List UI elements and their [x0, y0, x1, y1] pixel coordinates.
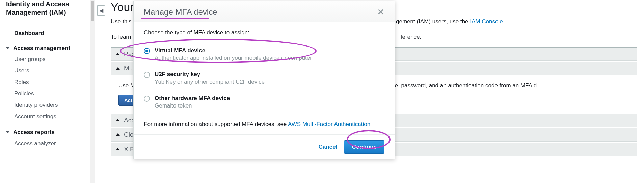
radio-option-u2f[interactable]: U2F security key YubiKey or any other co…: [144, 66, 384, 90]
panel-title: Clo: [124, 131, 134, 139]
nav-identity-providers[interactable]: Identity providers: [6, 99, 84, 111]
modal-title: Manage MFA device: [144, 7, 217, 17]
text-fragment: Use M: [118, 82, 135, 89]
service-title: Identity and Access Management (IAM): [6, 0, 84, 23]
sidebar: Identity and Access Management (IAM) Das…: [0, 0, 95, 183]
caret-down-icon: [6, 47, 9, 49]
nav-section-label: Access management: [13, 45, 70, 52]
more-info-text: For more information about supported MFA…: [144, 121, 384, 128]
cancel-button[interactable]: Cancel: [317, 141, 340, 153]
caret-up-icon: [116, 119, 120, 121]
modal-body: Choose the type of MFA device to assign:…: [134, 22, 395, 134]
nav-policies[interactable]: Policies: [6, 88, 84, 99]
desc-fragment: Use this p: [111, 18, 136, 25]
more-info-fragment: For more information about supported MFA…: [144, 121, 288, 127]
radio-selected-dot: [145, 50, 148, 52]
aws-mfa-link[interactable]: AWS Multi-Factor Authentication: [288, 121, 370, 127]
radio-description: Authenticator app installed on your mobi…: [155, 55, 312, 61]
radio-description: YubiKey or any other compliant U2F devic…: [155, 79, 265, 85]
manage-mfa-modal: Manage MFA device ✕ Choose the type of M…: [133, 1, 395, 159]
radio-label[interactable]: Other hardware MFA device Gemalto token: [155, 95, 230, 109]
sidebar-collapse-handle[interactable]: ◀: [97, 5, 105, 16]
caret-up-icon: [116, 53, 120, 55]
nav-section-access-reports[interactable]: Access reports: [6, 127, 84, 138]
sidebar-divider: [6, 23, 84, 23]
modal-footer: Cancel Continue: [134, 134, 395, 159]
radio-label[interactable]: Virtual MFA device Authenticator app ins…: [155, 47, 312, 61]
panel-title: X F: [124, 146, 134, 153]
nav-dashboard[interactable]: Dashboard: [6, 28, 84, 39]
caret-down-icon: [6, 131, 9, 133]
choose-type-text: Choose the type of MFA device to assign:: [144, 29, 384, 36]
desc-fragment: .: [504, 18, 506, 25]
nav-section-access-management[interactable]: Access management: [6, 43, 84, 54]
panel-title: Mul: [124, 65, 134, 72]
caret-up-icon: [116, 148, 120, 150]
modal-header: Manage MFA device ✕: [134, 1, 395, 22]
radio-input[interactable]: [144, 48, 150, 54]
learn-fragment: ference.: [401, 34, 421, 40]
continue-button[interactable]: Continue: [344, 140, 384, 154]
sidebar-scrollbar[interactable]: [90, 0, 95, 183]
scrollbar-thumb[interactable]: [91, 1, 94, 21]
nav-users[interactable]: Users: [6, 65, 84, 77]
radio-option-virtual-mfa[interactable]: Virtual MFA device Authenticator app ins…: [144, 42, 384, 66]
radio-title: Virtual MFA device: [155, 47, 312, 54]
nav-access-analyzer[interactable]: Access analyzer: [6, 138, 84, 149]
radio-description: Gemalto token: [155, 102, 230, 109]
close-icon[interactable]: ✕: [377, 8, 384, 17]
radio-input[interactable]: [144, 96, 150, 102]
caret-up-icon: [116, 133, 120, 136]
radio-label[interactable]: U2F security key YubiKey or any other co…: [155, 71, 265, 85]
text-fragment: e, password, and an authentication code …: [395, 82, 537, 89]
nav-account-settings[interactable]: Account settings: [6, 111, 84, 122]
nav-section-label: Access reports: [13, 129, 55, 136]
iam-console-link[interactable]: IAM Console: [470, 18, 503, 25]
radio-title: Other hardware MFA device: [155, 95, 230, 102]
desc-fragment: gement (IAM) users, use the: [396, 18, 470, 25]
caret-up-icon: [116, 67, 120, 70]
panel-title: Acc: [124, 117, 135, 124]
radio-option-hardware[interactable]: Other hardware MFA device Gemalto token: [144, 90, 384, 114]
radio-title: U2F security key: [155, 71, 265, 78]
chevron-left-icon: ◀: [99, 7, 103, 14]
radio-input[interactable]: [144, 72, 150, 78]
nav-roles[interactable]: Roles: [6, 77, 84, 88]
nav-user-groups[interactable]: User groups: [6, 54, 84, 65]
